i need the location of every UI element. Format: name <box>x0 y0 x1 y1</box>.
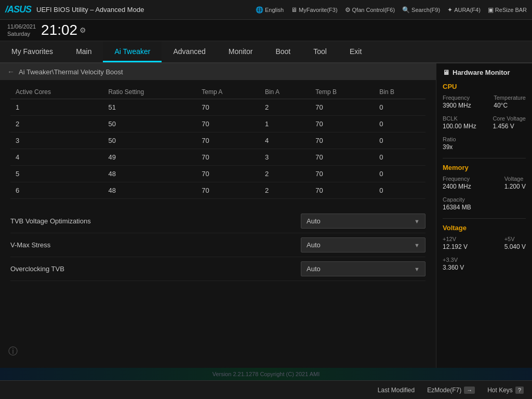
mem-capacity-block: Capacity 16384 MB <box>443 196 526 211</box>
back-arrow-icon[interactable]: ← <box>7 68 15 76</box>
nav-main[interactable]: Main <box>64 42 103 62</box>
qfan-tool[interactable]: ⚙ Qfan Control(F6) <box>345 6 395 14</box>
hw-monitor-title: 🖥 Hardware Monitor <box>443 69 526 76</box>
col-bin-b: Bin B <box>374 85 425 99</box>
cpu-bclk-row: BCLK 100.00 MHz Core Voltage 1.456 V <box>443 115 526 133</box>
table-cell-bin_a: 2 <box>260 99 310 116</box>
plus33v-block: +3.3V 3.360 V <box>443 257 526 271</box>
table-cell-bin_a: 2 <box>260 166 310 182</box>
header-tools: 🌐 English 🖥 MyFavorite(F3) ⚙ Qfan Contro… <box>256 6 527 14</box>
version-bar: Version 2.21.1278 Copyright (C) 2021 AMI <box>0 368 532 380</box>
table-cell-temp_a: 70 <box>196 166 260 182</box>
nav-monitor[interactable]: Monitor <box>217 42 264 62</box>
table-cell-temp_b: 70 <box>310 99 374 116</box>
mem-capacity-value: 16384 MB <box>443 204 526 211</box>
table-cell-bin_b: 0 <box>374 182 425 199</box>
chevron-down-icon: ▼ <box>414 218 420 224</box>
setting-tvb-voltage: TVB Voltage Optimizations Auto ▼ <box>10 209 425 233</box>
nav-advanced[interactable]: Advanced <box>162 42 217 62</box>
resize-bar-tool[interactable]: ▣ ReSize BAR <box>488 6 527 14</box>
table-cell-ratio: 48 <box>103 166 196 182</box>
table-row: 151702700 <box>10 99 425 116</box>
table-cell-temp_a: 70 <box>196 116 260 132</box>
col-bin-a: Bin A <box>260 85 310 99</box>
table-cell-ratio: 51 <box>103 99 196 116</box>
nav-exit[interactable]: Exit <box>338 42 373 62</box>
col-temp-a: Temp A <box>196 85 260 99</box>
myfavorite-tool[interactable]: 🖥 MyFavorite(F3) <box>291 6 338 14</box>
tvb-voltage-dropdown[interactable]: Auto ▼ <box>301 214 425 229</box>
mem-voltage-label: Voltage <box>504 176 526 182</box>
info-icon[interactable]: ⓘ <box>8 345 18 357</box>
main-navigation: My Favorites Main Ai Tweaker Advanced Mo… <box>0 42 532 63</box>
last-modified-btn[interactable]: Last Modified <box>378 387 415 394</box>
overclocking-tvb-label: Overclocking TVB <box>10 265 301 273</box>
bclk-label: BCLK <box>443 115 476 122</box>
vmax-stress-value: Auto <box>307 241 321 249</box>
mem-freq-value: 2400 MHz <box>443 183 471 190</box>
mem-freq-label: Frequency <box>443 176 471 182</box>
table-cell-active_cores: 6 <box>10 182 103 199</box>
table-row: 250701700 <box>10 116 425 132</box>
table-cell-active_cores: 1 <box>10 99 103 116</box>
breadcrumb-path: Ai Tweaker\Thermal Velocity Boost <box>19 68 123 76</box>
mem-capacity-label: Capacity <box>443 196 526 203</box>
table-cell-bin_a: 1 <box>260 116 310 132</box>
monitor-icon: 🖥 <box>291 6 297 14</box>
voltage-12v-row: +12V 12.192 V +5V 5.040 V <box>443 236 526 254</box>
cpu-vcore-block: Core Voltage 1.456 V <box>493 115 526 130</box>
plus5v-value: 5.040 V <box>504 243 526 250</box>
nav-favorites[interactable]: My Favorites <box>0 42 64 62</box>
table-row: 548702700 <box>10 166 425 182</box>
hot-keys-btn[interactable]: Hot Keys ? <box>487 387 524 394</box>
settings-icon[interactable]: ⚙ <box>79 26 86 34</box>
table-cell-temp_a: 70 <box>196 132 260 149</box>
language-tool[interactable]: 🌐 English <box>256 6 284 14</box>
table-row: 648702700 <box>10 182 425 199</box>
date-display: 11/06/2021Saturday <box>7 23 36 38</box>
table-body: 1517027002507017003507047004497037005487… <box>10 99 425 199</box>
plus33v-value: 3.360 V <box>443 264 526 271</box>
table-cell-temp_b: 70 <box>310 182 374 199</box>
table-cell-temp_a: 70 <box>196 149 260 166</box>
table-cell-temp_a: 70 <box>196 182 260 199</box>
overclocking-tvb-dropdown[interactable]: Auto ▼ <box>301 261 425 276</box>
fan-icon: ⚙ <box>345 6 351 14</box>
cpu-section-title: CPU <box>443 83 526 90</box>
table-cell-ratio: 50 <box>103 132 196 149</box>
main-panel: ← Ai Tweaker\Thermal Velocity Boost Acti… <box>0 63 436 380</box>
memory-section: Memory Frequency 2400 MHz Voltage 1.200 … <box>443 164 526 211</box>
table-cell-temp_b: 70 <box>310 132 374 149</box>
plus5v-block: +5V 5.040 V <box>504 236 526 250</box>
cpu-section: CPU Frequency 3900 MHz Temperature 40°C … <box>443 83 526 151</box>
table-cell-active_cores: 4 <box>10 149 103 166</box>
ez-mode-label: EzMode(F7) <box>427 387 461 394</box>
chevron-down-icon: ▼ <box>414 242 420 248</box>
memory-voltage-divider <box>443 218 526 219</box>
time-display: 21:02 <box>41 22 77 38</box>
nav-boot[interactable]: Boot <box>264 42 302 62</box>
table-cell-ratio: 50 <box>103 116 196 132</box>
table-cell-ratio: 48 <box>103 182 196 199</box>
cpu-frequency-row: Frequency 3900 MHz Temperature 40°C <box>443 95 526 112</box>
ez-mode-btn[interactable]: EzMode(F7) → <box>427 387 475 394</box>
search-tool[interactable]: 🔍 Search(F9) <box>402 6 440 14</box>
chevron-down-icon: ▼ <box>414 266 420 272</box>
nav-ai-tweaker[interactable]: Ai Tweaker <box>103 42 162 62</box>
bottom-bar: Last Modified EzMode(F7) → Hot Keys ? <box>0 380 532 399</box>
table-cell-bin_a: 2 <box>260 182 310 199</box>
table-cell-temp_a: 70 <box>196 99 260 116</box>
search-icon: 🔍 <box>402 6 410 14</box>
overclocking-tvb-value: Auto <box>307 265 321 273</box>
aura-tool[interactable]: ✦ AURA(F4) <box>447 6 481 14</box>
nav-tool[interactable]: Tool <box>302 42 338 62</box>
last-modified-label: Last Modified <box>378 387 415 394</box>
version-text: Version 2.21.1278 Copyright (C) 2021 AMI <box>212 371 320 377</box>
setting-overclocking-tvb: Overclocking TVB Auto ▼ <box>10 257 425 281</box>
ratio-value: 39x <box>443 143 526 151</box>
vmax-stress-dropdown[interactable]: Auto ▼ <box>301 237 425 252</box>
cpu-temp-label: Temperature <box>494 95 526 101</box>
table-container: Active Cores Ratio Setting Temp A Bin A … <box>0 80 436 204</box>
table-cell-bin_a: 3 <box>260 149 310 166</box>
tvb-voltage-value: Auto <box>307 217 321 225</box>
